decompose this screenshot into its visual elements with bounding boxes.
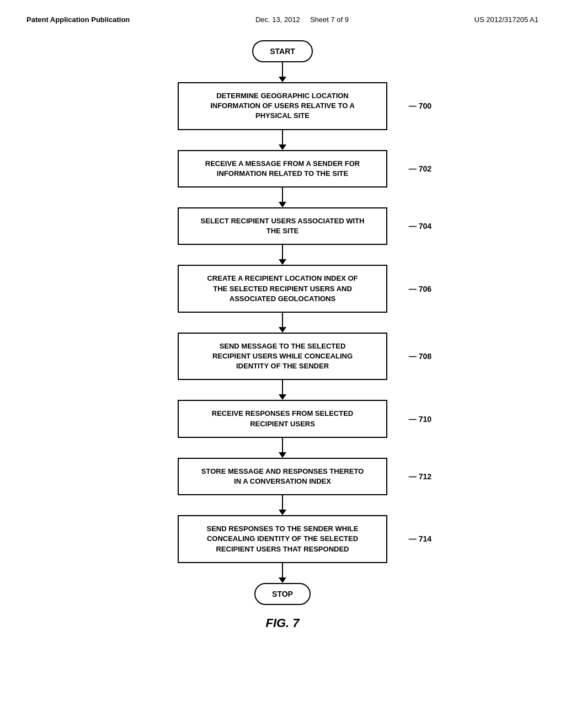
arrow-line xyxy=(282,62,283,77)
arrow-0 xyxy=(279,62,286,82)
step-714-box: SEND RESPONSES TO THE SENDER WHILECONCEA… xyxy=(178,515,387,563)
arrow-7 xyxy=(279,495,286,515)
arrow-line xyxy=(282,495,283,510)
header-center: Dec. 13, 2012 Sheet 7 of 9 xyxy=(255,15,349,24)
step-704-label: 704 xyxy=(409,222,431,231)
arrow-8 xyxy=(279,563,286,583)
start-oval: START xyxy=(252,40,313,62)
arrow-head xyxy=(279,394,286,400)
arrow-head xyxy=(279,327,286,333)
arrow-5 xyxy=(279,380,286,400)
step-708-wrapper: SEND MESSAGE TO THE SELECTEDRECIPIENT US… xyxy=(89,333,476,381)
arrow-head xyxy=(279,77,286,82)
arrow-line xyxy=(282,130,283,144)
step-706-label: 706 xyxy=(409,285,431,293)
step-706-box: CREATE A RECIPIENT LOCATION INDEX OFTHE … xyxy=(178,265,387,313)
step-714-label: 714 xyxy=(409,534,431,543)
step-704-box: SELECT RECIPIENT USERS ASSOCIATED WITHTH… xyxy=(178,207,387,245)
step-706-wrapper: CREATE A RECIPIENT LOCATION INDEX OFTHE … xyxy=(89,265,476,313)
step-700-wrapper: DETERMINE GEOGRAPHIC LOCATIONINFORMATION… xyxy=(89,82,476,130)
step-700-box: DETERMINE GEOGRAPHIC LOCATIONINFORMATION… xyxy=(178,82,387,130)
arrow-line xyxy=(282,188,283,202)
step-714-wrapper: SEND RESPONSES TO THE SENDER WHILECONCEA… xyxy=(89,515,476,563)
arrow-line xyxy=(282,438,283,452)
step-702-wrapper: RECEIVE A MESSAGE FROM A SENDER FORINFOR… xyxy=(89,150,476,188)
arrow-4 xyxy=(279,313,286,333)
header-sheet: Sheet 7 of 9 xyxy=(310,15,349,24)
arrow-line xyxy=(282,313,283,327)
arrow-head xyxy=(279,577,286,583)
step-710-label: 710 xyxy=(409,415,431,424)
arrow-head xyxy=(279,510,286,515)
figure-caption: FIG. 7 xyxy=(265,616,299,630)
step-702-label: 702 xyxy=(409,164,431,173)
header-left: Patent Application Publication xyxy=(26,15,130,24)
header-right: US 2012/317205 A1 xyxy=(475,15,539,24)
arrow-line xyxy=(282,245,283,259)
arrow-line xyxy=(282,563,283,577)
step-712-wrapper: STORE MESSAGE AND RESPONSES THERETOIN A … xyxy=(89,458,476,495)
diagram-area: START DETERMINE GEOGRAPHIC LOCATIONINFOR… xyxy=(0,29,565,630)
step-708-label: 708 xyxy=(409,352,431,361)
step-708-box: SEND MESSAGE TO THE SELECTEDRECIPIENT US… xyxy=(178,333,387,381)
flowchart: START DETERMINE GEOGRAPHIC LOCATIONINFOR… xyxy=(89,40,476,605)
arrow-head xyxy=(279,452,286,458)
step-704-wrapper: SELECT RECIPIENT USERS ASSOCIATED WITHTH… xyxy=(89,207,476,245)
arrow-line xyxy=(282,380,283,394)
arrow-3 xyxy=(279,245,286,265)
header-date: Dec. 13, 2012 xyxy=(255,15,300,24)
step-710-box: RECEIVE RESPONSES FROM SELECTEDRECIPIENT… xyxy=(178,400,387,437)
arrow-head xyxy=(279,259,286,265)
arrow-head xyxy=(279,202,286,207)
page-header: Patent Application Publication Dec. 13, … xyxy=(0,0,565,29)
step-712-box: STORE MESSAGE AND RESPONSES THERETOIN A … xyxy=(178,458,387,495)
arrow-2 xyxy=(279,188,286,207)
step-702-box: RECEIVE A MESSAGE FROM A SENDER FORINFOR… xyxy=(178,150,387,188)
arrow-6 xyxy=(279,438,286,458)
step-700-label: 700 xyxy=(409,101,431,110)
arrow-1 xyxy=(279,130,286,150)
step-712-label: 712 xyxy=(409,472,431,481)
arrow-head xyxy=(279,144,286,150)
stop-oval: STOP xyxy=(254,583,311,605)
step-710-wrapper: RECEIVE RESPONSES FROM SELECTEDRECIPIENT… xyxy=(89,400,476,437)
